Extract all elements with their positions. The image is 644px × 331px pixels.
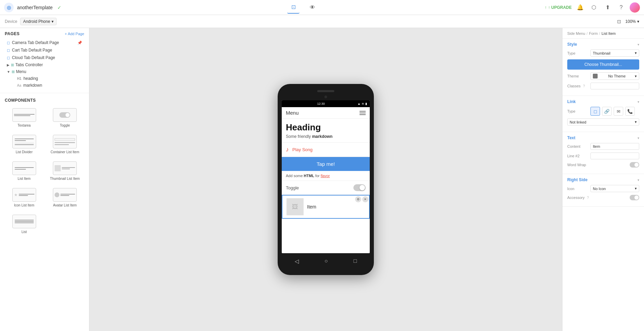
design-canvas[interactable]: 12:30 ▲ ≋ ▮ Menu: [89, 28, 562, 331]
icon-value: No Icon: [593, 187, 606, 191]
device-selector[interactable]: Android Phone ▾: [20, 18, 57, 25]
item-settings-icon[interactable]: ⚙: [355, 196, 361, 202]
link-chevron-icon[interactable]: ▾: [638, 100, 639, 104]
classes-input[interactable]: [590, 83, 639, 89]
content-input[interactable]: [590, 143, 639, 150]
component-avatar-list-item[interactable]: Avatar List Item: [46, 186, 85, 209]
line2-input[interactable]: [590, 153, 639, 159]
image-placeholder-icon: 🖼: [292, 203, 298, 211]
icon-label: Icon: [567, 187, 588, 191]
textarea-label: Textarea: [18, 124, 31, 127]
component-list-divider[interactable]: List Divider: [5, 133, 44, 156]
tap-me-button[interactable]: Tap me!: [282, 157, 370, 171]
accessory-thumb: [634, 196, 639, 200]
accessory-help-icon[interactable]: ?: [587, 196, 589, 200]
battery-icon: ▮: [365, 102, 367, 105]
page-item-cloud[interactable]: ◻ Cloud Tab Default Page: [5, 54, 84, 61]
pages-panel: Pages + Add Page ◻ Camera Tab Default Pa…: [0, 28, 89, 91]
breadcrumb: Side Menu / Form / List Item: [562, 28, 644, 39]
link-section: Link ▾ Type ◻ 🔗 ✉ 📞 Not linked ▾: [562, 96, 644, 132]
list-divider-label: List Divider: [16, 150, 32, 154]
type-control: Thumbnail ▾: [590, 49, 639, 57]
hamburger-line: [360, 114, 366, 115]
recent-apps-button[interactable]: □: [354, 258, 357, 264]
link-target-value: Not linked: [570, 120, 586, 124]
preview-mode-icon[interactable]: 👁: [306, 1, 319, 14]
html-for-text: for: [314, 174, 321, 178]
page-item-cart[interactable]: ◻ Cart Tab Default Page: [5, 46, 84, 54]
tree-item-markdown[interactable]: Aa markdown: [5, 82, 84, 89]
design-mode-icon[interactable]: ⊡: [287, 1, 299, 14]
choose-thumbnail-button[interactable]: Choose Thumbnail...: [567, 59, 639, 70]
breadcrumb-form[interactable]: Form: [589, 31, 598, 35]
component-toggle[interactable]: Toggle: [46, 106, 85, 129]
icon-list-item-icon-preview: ★: [12, 188, 36, 202]
tree-item-tabs-controller[interactable]: ▶ ⊞ Tabs Controller: [5, 61, 84, 68]
breadcrumb-side-menu[interactable]: Side Menu: [567, 31, 585, 35]
link-type-control: ◻ 🔗 ✉ 📞: [590, 107, 639, 116]
zoom-level[interactable]: 100% ▾: [625, 19, 639, 24]
word-wrap-toggle[interactable]: [630, 162, 639, 168]
accessory-toggle[interactable]: [630, 195, 639, 200]
zoom-fit-icon[interactable]: ⊡: [616, 18, 623, 25]
share-icon[interactable]: ⬡: [589, 2, 599, 13]
component-container-list-item[interactable]: Container List Item: [46, 133, 85, 156]
left-sidebar: Pages + Add Page ◻ Camera Tab Default Pa…: [0, 28, 89, 331]
text-chevron-icon[interactable]: ▾: [638, 136, 639, 140]
link-phone-icon[interactable]: 📞: [625, 107, 635, 116]
upload-icon[interactable]: ⬆: [602, 2, 613, 13]
phone-markdown: Some friendly markdown: [282, 134, 370, 142]
tree-item-menu[interactable]: ▼ ⊞ Menu: [5, 68, 84, 75]
link-page-icon[interactable]: ◻: [590, 107, 600, 116]
upgrade-button[interactable]: ↑ ↑ UPGRADE: [545, 5, 572, 10]
link-target-select[interactable]: Not linked ▾: [567, 118, 639, 126]
page-item-camera[interactable]: ◻ Camera Tab Default Page 📌: [5, 39, 84, 46]
text-section-header: Text ▾: [567, 135, 639, 140]
icon-control: No Icon ▾: [590, 185, 639, 192]
notification-icon[interactable]: 🔔: [575, 2, 585, 13]
phone-screen: 12:30 ▲ ≋ ▮ Menu: [282, 100, 370, 253]
component-list-item[interactable]: List Item: [5, 159, 44, 183]
topbar-right-actions: ↑ ↑ UPGRADE 🔔 ⬡ ⬆ ?: [545, 2, 640, 13]
line2-control: [590, 153, 639, 159]
upgrade-label: ↑ UPGRADE: [548, 5, 572, 10]
link-url-icon[interactable]: 🔗: [602, 107, 612, 116]
add-page-button[interactable]: + Add Page: [65, 32, 84, 36]
text-content-row: Content: [567, 143, 639, 150]
theme-select[interactable]: No Theme ▾: [590, 72, 639, 80]
hamburger-menu-icon[interactable]: [360, 111, 366, 115]
component-icon: ⊞: [11, 63, 14, 67]
accessory-row: Accessory ?: [567, 195, 639, 200]
help-icon[interactable]: ?: [616, 2, 626, 13]
app-logo: ◎: [4, 3, 14, 12]
phone-thumbnail-list-item[interactable]: 🖼 Item ⚙ ✕: [282, 195, 370, 219]
theme-label: Theme: [567, 74, 588, 78]
tree-label: Tabs Controller: [15, 62, 43, 67]
user-avatar[interactable]: [630, 2, 640, 13]
type-select[interactable]: Thumbnail ▾: [590, 49, 639, 57]
right-side-chevron-icon[interactable]: ▾: [638, 178, 639, 182]
link-email-icon[interactable]: ✉: [614, 107, 623, 116]
component-textarea[interactable]: Textarea: [5, 106, 44, 129]
device-label: Device: [5, 19, 17, 24]
icon-select[interactable]: No Icon ▾: [590, 185, 639, 192]
item-close-icon[interactable]: ✕: [362, 196, 368, 202]
toggle-thumb: [360, 185, 365, 190]
tree-item-heading[interactable]: H1 heading: [5, 75, 84, 82]
icon-chevron-icon: ▾: [635, 186, 637, 191]
classes-help-icon[interactable]: ?: [583, 84, 585, 88]
toggle-switch[interactable]: [353, 184, 366, 191]
device-value: Android Phone: [23, 19, 50, 24]
status-time: 12:30: [317, 102, 325, 105]
home-button[interactable]: ○: [324, 258, 328, 264]
back-button[interactable]: ◁: [295, 258, 299, 264]
word-wrap-thumb: [634, 163, 639, 167]
content-control: [590, 143, 639, 150]
component-icon-list-item[interactable]: ★ Icon List Item: [5, 186, 44, 209]
component-thumbnail-list-item[interactable]: Thumbnail List Item: [46, 159, 85, 183]
style-section-title: Style: [567, 42, 577, 47]
style-chevron-icon[interactable]: ▾: [638, 43, 639, 46]
style-theme-row: Theme No Theme ▾: [567, 72, 639, 80]
line2-label: Line #2: [567, 154, 588, 158]
component-list[interactable]: List: [5, 213, 44, 236]
